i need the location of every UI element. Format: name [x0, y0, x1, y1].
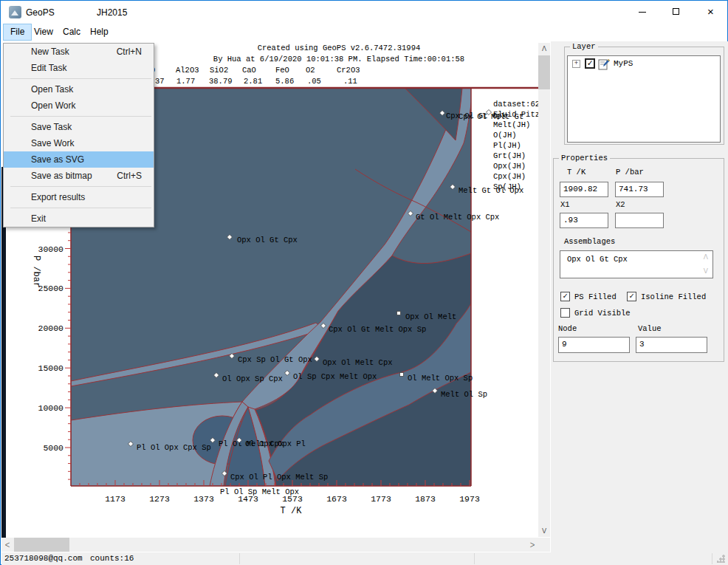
x-tick-label: 1773 — [371, 494, 391, 504]
menu-help[interactable]: Help — [83, 24, 115, 41]
node-label: Node — [558, 324, 577, 333]
x-tick-label: 1873 — [415, 494, 436, 504]
menu-item-save-task[interactable]: Save Task — [4, 119, 154, 135]
phase-label: Cpx Ol Pl Opx Melt Sp — [230, 473, 328, 482]
layer-item-label[interactable]: MyPS — [614, 59, 633, 68]
value-label: Value — [638, 324, 662, 333]
vertical-scrollbar-thumb[interactable] — [538, 55, 550, 89]
x2-label: X2 — [616, 200, 625, 209]
composition-header: Cr2O3 — [337, 66, 360, 75]
right-panel: Layer + ✓ MyPS Properties T /K P /bar 19… — [551, 41, 728, 552]
vertical-scrollbar[interactable]: ᐱ ᐯ — [538, 43, 550, 537]
phase-model-label: Melt(JH) — [493, 120, 530, 129]
node-input[interactable]: 9 — [558, 337, 630, 353]
phase-label: Ol Opx Sp Cpx — [222, 374, 283, 383]
menu-item-open-work[interactable]: Open Work — [4, 97, 154, 114]
t-input[interactable]: 1909.82 — [560, 182, 608, 197]
composition-value: 38.79 — [209, 77, 233, 86]
layer-checkbox[interactable]: ✓ — [585, 58, 595, 69]
phase-label: Opx Ol Melt — [405, 312, 456, 321]
layer-edit-icon — [598, 58, 610, 70]
ps-filled-checkbox[interactable]: ✓ — [560, 292, 570, 301]
y-tick-label: 10000 — [38, 403, 63, 413]
ps-filled-label: PS Filled — [574, 292, 617, 301]
horizontal-scrollbar-thumb[interactable] — [14, 538, 69, 552]
menu-view[interactable]: View — [27, 24, 60, 41]
x-tick-label: 1373 — [193, 494, 214, 504]
phase-model-label: Fluid Pitz — [493, 110, 540, 119]
composition-header: SiO2 — [210, 66, 228, 75]
annotation-line1: Created using GeoPS v2.6.7472.31994 — [258, 44, 421, 52]
isoline-filled-checkbox[interactable]: ✓ — [627, 292, 636, 301]
dataset-phase-list: dataset:62Fluid PitzMelt(JH)O(JH)Pl(JH)G… — [493, 100, 540, 191]
status-email: 253718098@qq.com — [4, 554, 83, 563]
x2-input[interactable] — [615, 213, 664, 228]
phase-model-label: Pl(JH) — [493, 141, 521, 150]
menu-separator — [4, 184, 154, 189]
title-bar: GeoPS JH2015 × — [1, 1, 727, 23]
phase-model-label: Cpx(JH) — [493, 172, 526, 181]
horizontal-scrollbar[interactable]: ᐸ ᐳ — [1, 538, 550, 552]
scroll-up-icon[interactable]: ᐱ — [538, 43, 550, 55]
layer-list[interactable]: + ✓ MyPS — [567, 55, 721, 143]
isoline-filled-label: Isoline Filled — [641, 292, 706, 301]
composition-value: 37 — [155, 77, 165, 86]
assemblage-item[interactable]: Opx Ol Gt Cpx — [567, 255, 628, 264]
phase-label: Ol Opx Cpx Pl — [245, 439, 306, 448]
scroll-left-icon[interactable]: ᐸ — [1, 539, 13, 551]
menu-separator — [4, 205, 154, 210]
menu-item-save-as-bitmap[interactable]: Save as bitmapCtrl+S — [4, 168, 154, 184]
assemblages-listbox[interactable]: Opx Ol Gt Cpx ᐱ ᐯ — [560, 250, 713, 278]
annotation-line2: By Hua at 6/19/2020 10:01:38 PM. Elapsed… — [213, 55, 464, 64]
menu-item-save-work[interactable]: Save Work — [4, 135, 154, 151]
x1-input[interactable]: .93 — [560, 213, 608, 228]
tree-expander-icon[interactable]: + — [572, 60, 580, 68]
menu-item-save-as-svg[interactable]: Save as SVG — [4, 151, 154, 168]
properties-group-label: Properties — [559, 154, 610, 162]
phase-model-label: O(JH) — [493, 131, 517, 140]
menu-item-open-task[interactable]: Open Task — [4, 81, 154, 97]
layer-group-label: Layer — [570, 42, 598, 51]
menu-item-new-task[interactable]: New TaskCtrl+N — [4, 44, 154, 60]
grid-visible-checkbox[interactable] — [560, 308, 570, 318]
y-tick-label: 5000 — [43, 443, 63, 453]
y-tick-label: 30000 — [38, 244, 63, 254]
x-tick-label: 1973 — [459, 494, 480, 504]
menu-item-edit-task[interactable]: Edit Task — [4, 60, 154, 76]
composition-value: .05 — [307, 77, 321, 86]
y-tick-label: 20000 — [38, 323, 63, 333]
phase-label: Opx Ol Melt Cpx — [323, 358, 393, 367]
value-input[interactable]: 3 — [636, 337, 707, 353]
close-button[interactable]: × — [693, 1, 728, 23]
t-label: T /K — [567, 168, 586, 177]
phase-model-label: Opx(JH) — [493, 162, 526, 171]
file-menu-dropdown: New TaskCtrl+N Edit Task Open Task Open … — [3, 43, 154, 227]
menu-separator — [4, 76, 154, 81]
phase-label: Cpx Sp Ol Gt Opx — [238, 355, 312, 364]
minimize-button[interactable] — [625, 1, 659, 23]
resize-grip[interactable] — [717, 555, 725, 563]
composition-header: O2 — [306, 66, 315, 75]
p-input[interactable]: 741.73 — [615, 182, 664, 197]
menu-item-exit[interactable]: Exit — [4, 210, 154, 227]
x-tick-label: 1173 — [105, 494, 126, 504]
status-divider — [712, 553, 712, 564]
menu-calc[interactable]: Calc — [56, 24, 87, 41]
x-axis-title: T /K — [281, 506, 303, 516]
scroll-up-icon[interactable]: ᐱ — [704, 253, 708, 261]
app-window: 1173127313731473157316731773187319735000… — [0, 0, 728, 565]
maximize-button[interactable] — [659, 1, 693, 23]
menu-item-export-results[interactable]: Export results — [4, 189, 154, 205]
app-icon — [9, 6, 21, 18]
phase-label: Pl Ol Sp Melt Opx — [220, 487, 299, 496]
status-counts: counts:16 — [90, 554, 134, 563]
window-title: GeoPS — [26, 7, 55, 18]
composition-value: 1.77 — [176, 77, 195, 86]
scroll-down-icon[interactable]: ᐯ — [538, 525, 550, 537]
grid-visible-label: Grid Visible — [574, 309, 631, 318]
phase-model-label: Grt(JH) — [493, 151, 526, 160]
layer-groupbox: Layer + ✓ MyPS — [564, 47, 724, 145]
phase-label: Gt Ol Melt Opx Cpx — [416, 213, 499, 222]
scroll-down-icon[interactable]: ᐯ — [704, 267, 708, 275]
scroll-right-icon[interactable]: ᐳ — [526, 539, 538, 551]
